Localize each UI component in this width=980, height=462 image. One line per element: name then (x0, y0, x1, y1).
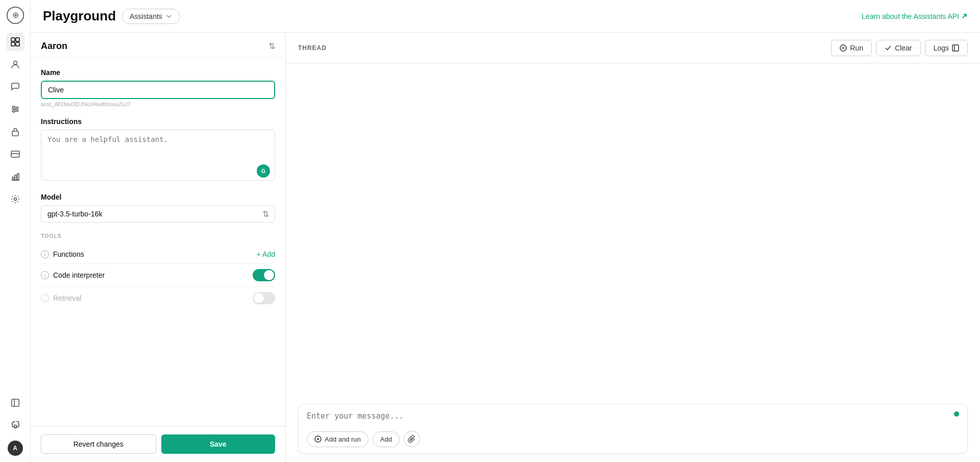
functions-add-button[interactable]: + Add (257, 250, 275, 258)
logo-icon: ⊕ (6, 6, 24, 25)
body-area: Aaron ⇅ Name asst_iM1MuODJhks04w8bfouuZs… (31, 33, 980, 462)
user-avatar[interactable]: A (8, 441, 23, 456)
mode-selector[interactable]: Assistants (122, 9, 180, 24)
svg-marker-29 (317, 438, 320, 441)
functions-info-icon[interactable]: i (41, 250, 49, 258)
left-panel-form: Name asst_iM1MuODJhks04w8bfouuZsJ7 Instr… (31, 58, 285, 426)
retrieval-toggle-knob (254, 293, 264, 303)
tools-section: TOOLS i Functions + Add (41, 233, 275, 309)
code-interpreter-tool-name: Code interpreter (53, 271, 105, 279)
thread-header: THREAD Run Clear (286, 33, 980, 63)
sidebar-playground-icon[interactable] (6, 33, 24, 51)
mode-label: Assistants (130, 12, 162, 20)
svg-rect-21 (12, 399, 19, 406)
assistant-name: Aaron (41, 41, 67, 52)
thread-label: THREAD (298, 44, 327, 52)
svg-text:⊕: ⊕ (12, 10, 18, 19)
code-interpreter-toggle[interactable] (253, 269, 275, 281)
sidebar-gear-icon[interactable] (6, 417, 24, 435)
run-button[interactable]: Run (831, 40, 872, 56)
revert-button[interactable]: Revert changes (41, 434, 156, 454)
thread-actions: Run Clear Logs (831, 40, 968, 56)
svg-point-12 (13, 110, 15, 112)
retrieval-tool-name: Retrieval (53, 294, 81, 302)
svg-rect-3 (16, 38, 19, 41)
retrieval-tool-row: i Retrieval (41, 287, 275, 309)
instructions-textarea-wrapper: G (41, 130, 275, 183)
instructions-form-group: Instructions G (41, 117, 275, 183)
message-input[interactable] (307, 411, 954, 426)
functions-tool-left: i Functions (41, 250, 84, 258)
sidebar-chat-icon[interactable] (6, 78, 24, 96)
header-left: Playground Assistants (43, 8, 180, 24)
learn-link[interactable]: Learn about the Assistants API (862, 12, 968, 20)
name-form-group: Name asst_iM1MuODJhks04w8bfouuZsJ7 (41, 68, 275, 107)
svg-point-6 (13, 61, 17, 65)
model-label: Model (41, 193, 275, 201)
add-and-run-button[interactable]: Add and run (307, 431, 369, 447)
clear-button[interactable]: Clear (876, 40, 920, 56)
svg-rect-17 (12, 177, 14, 180)
sidebar-tune-icon[interactable] (6, 100, 24, 118)
sidebar-lock-icon[interactable] (6, 123, 24, 141)
toggle-knob (264, 270, 274, 280)
retrieval-toggle[interactable] (253, 292, 275, 304)
svg-rect-18 (15, 175, 16, 180)
thread-body (286, 63, 980, 396)
top-header: Playground Assistants Learn about the As… (31, 0, 980, 33)
sidebar-user-icon[interactable] (6, 55, 24, 74)
svg-rect-4 (11, 42, 15, 46)
code-interpreter-tool-row: i Code interpreter (41, 264, 275, 287)
page-title: Playground (43, 8, 116, 24)
name-label: Name (41, 68, 275, 77)
assistant-id: asst_iM1MuODJhks04w8bfouuZsJ7 (41, 101, 275, 107)
expand-icon[interactable]: ⇅ (268, 41, 275, 51)
sidebar-plugin-icon[interactable] (6, 394, 24, 412)
name-input[interactable] (41, 81, 275, 99)
model-select-wrapper: gpt-3.5-turbo-16k ⇅ (41, 205, 275, 223)
svg-rect-2 (11, 38, 15, 41)
svg-rect-5 (16, 42, 19, 46)
sidebar-chart-icon[interactable] (6, 167, 24, 186)
svg-rect-26 (952, 45, 959, 51)
attach-button[interactable] (404, 431, 420, 447)
sidebar-billing-icon[interactable] (6, 145, 24, 163)
functions-tool-row: i Functions + Add (41, 245, 275, 264)
tools-label: TOOLS (41, 233, 275, 239)
logs-button[interactable]: Logs (925, 40, 968, 56)
save-button[interactable]: Save (161, 434, 276, 454)
add-button[interactable]: Add (373, 431, 400, 447)
left-panel: Aaron ⇅ Name asst_iM1MuODJhks04w8bfouuZs… (31, 33, 286, 462)
retrieval-info-icon[interactable]: i (41, 294, 49, 302)
sidebar-settings-icon[interactable] (6, 190, 24, 208)
svg-marker-25 (843, 46, 845, 49)
left-panel-header: Aaron ⇅ (31, 33, 285, 58)
code-interpreter-info-icon[interactable]: i (41, 271, 49, 279)
instructions-label: Instructions (41, 117, 275, 126)
icon-sidebar: ⊕ (0, 0, 31, 462)
svg-rect-14 (11, 151, 19, 157)
svg-rect-19 (17, 174, 19, 180)
model-select[interactable]: gpt-3.5-turbo-16k (41, 205, 275, 223)
svg-rect-13 (12, 131, 18, 136)
main-content: Playground Assistants Learn about the As… (31, 0, 980, 462)
message-input-area: Add and run Add (298, 404, 968, 454)
right-panel: THREAD Run Clear (286, 33, 980, 462)
model-form-group: Model gpt-3.5-turbo-16k ⇅ (41, 193, 275, 223)
instructions-input[interactable] (41, 130, 275, 181)
functions-tool-name: Functions (53, 250, 84, 258)
svg-point-10 (13, 106, 15, 108)
grammarly-icon: G (257, 164, 270, 178)
left-panel-footer: Revert changes Save (31, 426, 285, 462)
svg-point-11 (16, 108, 18, 110)
svg-point-20 (14, 198, 16, 201)
green-dot-indicator (954, 411, 959, 417)
message-input-footer: Add and run Add (307, 431, 959, 447)
retrieval-tool-left: i Retrieval (41, 294, 81, 302)
code-interpreter-tool-left: i Code interpreter (41, 271, 105, 279)
